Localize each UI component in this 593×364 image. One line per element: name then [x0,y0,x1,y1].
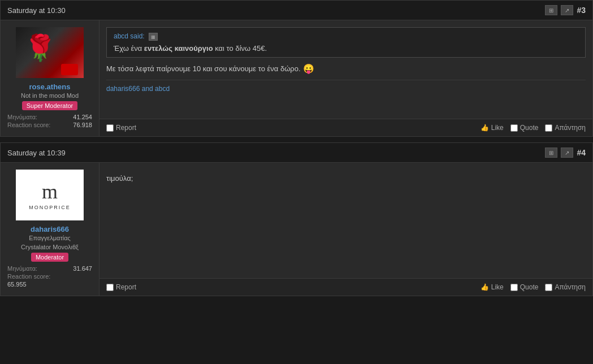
message-area-3: abcd said: ▦ Έχω ένα εντελώς καινούργιο … [99,20,592,119]
quote-text-3: Έχω ένα εντελώς καινούργιο και το δίνω 4… [114,44,578,53]
report-label-3: Report [116,124,136,132]
action-right-3: 👍 Like Quote Απάντηση [481,124,586,132]
report-checkbox-4[interactable]: Report [106,283,136,291]
mono-logo: m MONOPRICE [16,170,84,220]
quote-text-bold-3: εντελώς καινούργιο [144,44,213,53]
like-button-4[interactable]: 👍 Like [481,283,504,291]
report-label-4: Report [116,283,136,291]
reply-input-3[interactable] [545,124,552,132]
report-input-3[interactable] [106,124,114,132]
post-timestamp-4: Saturday at 10:39 [7,149,66,157]
quote-author-3: abcd said: ▦ [114,32,578,41]
user-stats-4: Μηνύματα: 31.647 Reaction score: 65.955 [7,265,92,289]
post-message-4: τιμούλα; [106,170,586,187]
post-block-3: Saturday at 10:30 ⊞ ↗ #3 rose.athens Not… [0,0,593,137]
quote-label-4: Quote [520,283,539,291]
quote-label-3: Quote [520,124,539,132]
reaction-label-4: Reaction score: [7,273,50,280]
bookmark-icon-3[interactable]: ⊞ [545,5,557,15]
reply-label-3: Απάντηση [555,124,586,132]
mono-m-icon: m [42,180,58,203]
post-header-3: Saturday at 10:30 ⊞ ↗ #3 [1,1,592,20]
action-left-4: Report [106,283,136,291]
post-sidebar-3: rose.athens Not in the mood Mod Super Mo… [1,20,99,136]
report-checkbox-3[interactable]: Report [106,124,136,132]
reaction-label-3: Reaction score: [7,122,50,128]
post-block-4: Saturday at 10:39 ⊞ ↗ #4 m MONOPRICE [0,142,593,296]
user-title-3: Not in the mood Mod [21,92,79,99]
user-badge-4: Moderator [31,253,68,262]
post-4: Saturday at 10:39 ⊞ ↗ #4 m MONOPRICE [0,142,593,296]
reactions-row-3: daharis666 and abcd [106,80,586,93]
quote-checkbox-3[interactable]: Quote [510,124,539,132]
post-number-3: #3 [577,6,586,15]
quote-input-3[interactable] [510,124,518,132]
post-sidebar-4: m MONOPRICE daharis666 Επαγγελματίας Cry… [1,163,99,296]
post-header-actions-4: ⊞ ↗ #4 [545,148,586,158]
user-badge-3: Super Moderator [22,101,78,110]
quote-box-3: abcd said: ▦ Έχω ένα εντελώς καινούργιο … [106,27,586,58]
action-bar-3: Report 👍 Like Quote [99,119,592,136]
post-body-4: m MONOPRICE daharis666 Επαγγελματίας Cry… [1,163,592,296]
reply-checkbox-4[interactable]: Απάντηση [545,283,586,291]
reaction-value-row-4: 65.955 [7,281,92,288]
like-icon-3: 👍 [481,124,489,132]
quote-icon-3: ▦ [149,33,158,41]
like-button-3[interactable]: 👍 Like [481,124,504,132]
reactor-names-3: daharis666 and abcd [106,85,170,93]
bookmark-icon-4[interactable]: ⊞ [545,148,557,158]
quote-checkbox-4[interactable]: Quote [510,283,539,291]
report-input-4[interactable] [106,284,114,291]
action-left-3: Report [106,124,136,132]
post-content-4: τιμούλα; Report 👍 Like [99,163,592,296]
reaction-value-4: 65.955 [7,281,27,288]
avatar-3 [16,27,84,78]
reaction-row-3: Reaction score: 76.918 [7,122,92,128]
post-number-4: #4 [577,148,586,157]
action-bar-4: Report 👍 Like Quote [99,278,592,296]
post-content-3: abcd said: ▦ Έχω ένα εντελώς καινούργιο … [99,20,592,136]
user-title2-4: Crystalator Μονολιθξ [21,244,79,250]
share-icon-3[interactable]: ↗ [561,5,573,15]
post-header-actions-3: ⊞ ↗ #3 [545,5,586,15]
post-body-3: rose.athens Not in the mood Mod Super Mo… [1,20,592,136]
avatar-image-4: m MONOPRICE [16,170,84,220]
avatar-image-3 [16,27,84,78]
quote-text-after-3: και το δίνω 45€. [213,44,267,53]
post-header-4: Saturday at 10:39 ⊞ ↗ #4 [1,143,592,163]
user-title1-4: Επαγγελματίας [29,235,71,241]
emoji-3: 😛 [303,63,314,74]
mono-brand-text: MONOPRICE [29,205,71,210]
like-label-4: Like [491,283,504,291]
quote-author-link-3[interactable]: abcd said: [114,32,145,40]
username-3[interactable]: rose.athens [29,83,71,91]
share-icon-4[interactable]: ↗ [561,148,573,158]
reply-checkbox-3[interactable]: Απάντηση [545,124,586,132]
reaction-value-3: 76.918 [73,122,92,128]
messages-value-4: 31.647 [73,265,92,272]
avatar-4: m MONOPRICE [16,170,84,220]
like-label-3: Like [491,124,504,132]
user-stats-3: Μηνύματα: 41.254 Reaction score: 76.918 [7,114,92,129]
messages-label-4: Μηνύματα: [7,265,37,272]
reply-input-4[interactable] [545,284,552,291]
message-area-4: τιμούλα; [99,163,592,278]
action-right-4: 👍 Like Quote Απάντηση [481,283,586,291]
username-4[interactable]: daharis666 [31,225,69,233]
like-icon-4: 👍 [481,283,489,291]
message-text-3: Με τόσα λεφτά παίρνουμε 10 και σου κάνου… [106,64,301,73]
post-3: Saturday at 10:30 ⊞ ↗ #3 rose.athens Not… [0,0,593,137]
messages-row-3: Μηνύματα: 41.254 [7,114,92,120]
messages-row-4: Μηνύματα: 31.647 [7,265,92,272]
post-message-3: Με τόσα λεφτά παίρνουμε 10 και σου κάνου… [106,63,586,74]
reaction-row-4: Reaction score: [7,273,92,280]
messages-label-3: Μηνύματα: [7,114,37,120]
reply-label-4: Απάντηση [555,283,586,291]
quote-input-4[interactable] [510,284,518,291]
post-timestamp-3: Saturday at 10:30 [7,6,66,15]
messages-value-3: 41.254 [73,114,92,120]
quote-text-before-3: Έχω ένα [114,44,144,53]
